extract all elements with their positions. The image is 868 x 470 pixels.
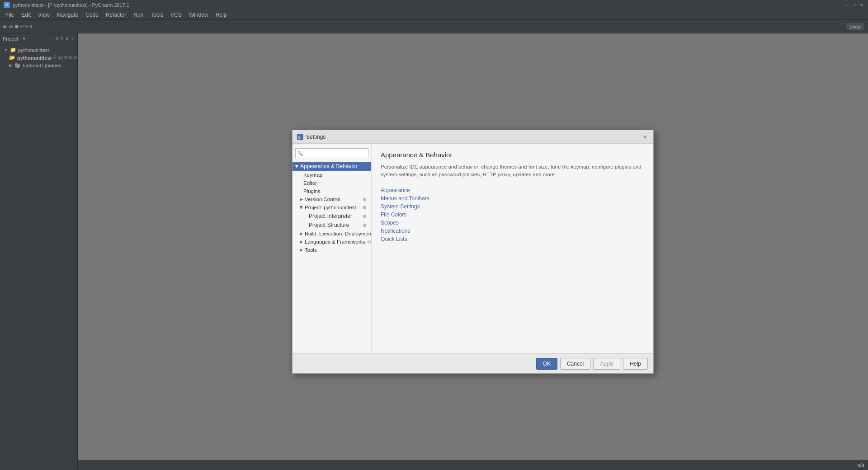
menu-code[interactable]: Code	[82, 11, 102, 19]
gear-icon-structure: ⚙	[363, 223, 367, 228]
expand-icon: ▶	[9, 63, 13, 68]
nav-item-project-structure[interactable]: Project Structure ⚙	[292, 221, 371, 230]
link-system-settings[interactable]: System Settings	[381, 202, 644, 211]
subfolder-icon: 📂	[9, 55, 15, 61]
nav-search-container: 🔍	[295, 148, 368, 158]
folder-icon: 📁	[10, 47, 16, 53]
menu-run[interactable]: Run	[130, 11, 147, 19]
arrow-version-control: ▶	[300, 197, 303, 202]
project-root-label: pythonunittest	[18, 47, 49, 53]
arrow-languages: ▶	[300, 240, 303, 244]
external-libs-label: External Libraries	[23, 63, 61, 68]
nav-item-appearance-behavior[interactable]: ▶ Appearance & Behavior	[292, 162, 371, 171]
menu-tools[interactable]: Tools	[147, 11, 167, 19]
nav-label-tools: Tools	[305, 247, 317, 253]
link-quick-lists[interactable]: Quick Lists	[381, 235, 644, 243]
arrow-appearance-behavior: ▶	[295, 165, 299, 168]
dialog-title-text: Settings	[306, 134, 326, 140]
modal-overlay: S Settings × 🔍	[78, 33, 868, 470]
app-icon: P	[4, 2, 10, 8]
arrow-build: ▶	[300, 231, 303, 236]
nav-item-tools[interactable]: ▶ Tools	[292, 246, 371, 254]
tree-item-project-folder[interactable]: 📂 pythonunittest F:\pythonunitt...	[0, 54, 77, 61]
menu-window[interactable]: Window	[185, 11, 212, 19]
cancel-button[interactable]: Cancel	[560, 358, 590, 370]
main-area: S Settings × 🔍	[78, 33, 868, 470]
ok-button[interactable]: OK	[536, 358, 557, 370]
nav-label-build: Build, Execution, Deployment	[305, 231, 372, 236]
settings-search-input[interactable]	[295, 148, 368, 158]
link-file-colors[interactable]: File Colors	[381, 211, 644, 219]
link-notifications[interactable]: Notifications	[381, 227, 644, 235]
menu-navigate[interactable]: Navigate	[53, 11, 82, 19]
project-panel: Project ▼ ⚙ ⬆ ⬇ ＋ ▼ 📁 pythonunittest 📂 p…	[0, 33, 78, 470]
title-bar-left: P pythonunittest - [F:\pythonunittest] -…	[4, 2, 129, 8]
nav-label-languages: Languages & Frameworks	[305, 239, 365, 244]
nav-label-appearance-behavior: Appearance & Behavior	[300, 163, 358, 169]
menu-file[interactable]: File	[2, 11, 18, 19]
menu-bar: File Edit View Navigate Code Refactor Ru…	[0, 10, 868, 20]
nav-label-version-control: Version Control	[305, 197, 340, 202]
settings-icon: S	[297, 134, 303, 140]
nav-label-keymap: Keymap	[303, 172, 322, 178]
nav-label-project-interpreter: Project Interpreter	[309, 213, 352, 219]
collapse-icon: ▼	[4, 47, 8, 52]
help-button[interactable]: Help	[623, 358, 648, 370]
status-bar: n/a	[78, 460, 868, 470]
dialog-body: 🔍 ▶ Appearance & Behavior Keymap Edi	[292, 144, 653, 353]
nav-label-project-structure: Project Structure	[309, 222, 349, 228]
link-appearance[interactable]: Appearance	[381, 186, 644, 194]
nav-item-build-execution[interactable]: ▶ Build, Execution, Deployment	[292, 230, 371, 238]
nav-item-project-pythonunittest[interactable]: ▶ Project: pythonunittest ⚙	[292, 203, 371, 212]
menu-edit[interactable]: Edit	[18, 11, 34, 19]
link-menus-toolbars[interactable]: Menus and Toolbars	[381, 194, 644, 202]
search-icon: 🔍	[297, 151, 303, 156]
main-toolbar: ▶ ⏮ ⏹ ↩ ↪ ≡ shep	[0, 20, 868, 33]
menu-view[interactable]: View	[34, 11, 53, 19]
project-folder-label: pythonunittest	[17, 55, 52, 61]
gear-icon-project: ⚙	[363, 205, 367, 210]
status-right: n/a	[858, 462, 864, 468]
nav-item-keymap[interactable]: Keymap	[292, 171, 371, 179]
title-bar: P pythonunittest - [F:\pythonunittest] -…	[0, 0, 868, 10]
nav-item-editor[interactable]: Editor	[292, 179, 371, 187]
link-scopes[interactable]: Scopes	[381, 219, 644, 227]
tree-item-external-libs[interactable]: ▶ 📚 External Libraries	[0, 61, 77, 69]
settings-dialog: S Settings × 🔍	[292, 130, 654, 374]
gear-icon-interpreter: ⚙	[363, 214, 367, 219]
user-label[interactable]: shep	[846, 23, 864, 30]
nav-item-plugins[interactable]: Plugins	[292, 187, 371, 195]
dialog-title-bar: S Settings ×	[292, 130, 653, 144]
panel-dropdown-icon[interactable]: ▼	[22, 36, 26, 41]
window-title: pythonunittest - [F:\pythonunittest] - P…	[13, 2, 129, 8]
svg-text:S: S	[298, 135, 301, 140]
nav-item-version-control[interactable]: ▶ Version Control ⚙	[292, 195, 371, 203]
menu-help[interactable]: Help	[212, 11, 231, 19]
apply-button[interactable]: Apply	[593, 358, 620, 370]
gear-icon-version-control: ⚙	[363, 197, 367, 202]
project-tree: ▼ 📁 pythonunittest 📂 pythonunittest F:\p…	[0, 44, 77, 470]
settings-section-title: Appearance & Behavior	[381, 151, 644, 159]
panel-toolbar-icons[interactable]: ⚙ ⬆ ⬇ ＋	[55, 36, 75, 42]
panel-header: Project ▼ ⚙ ⬆ ⬇ ＋	[0, 33, 77, 44]
maximize-button[interactable]: □	[852, 2, 857, 8]
lib-icon: 📚	[14, 62, 21, 68]
settings-nav: 🔍 ▶ Appearance & Behavior Keymap Edi	[292, 144, 372, 353]
dialog-close-button[interactable]: ×	[642, 133, 649, 141]
nav-item-languages[interactable]: ▶ Languages & Frameworks ⚙	[292, 238, 371, 246]
close-button[interactable]: ✕	[859, 2, 864, 8]
settings-content: Appearance & Behavior Personalize IDE ap…	[372, 144, 653, 353]
nav-item-project-interpreter[interactable]: Project Interpreter ⚙	[292, 212, 371, 221]
dialog-title-left: S Settings	[297, 134, 326, 140]
menu-refactor[interactable]: Refactor	[102, 11, 130, 19]
arrow-tools: ▶	[300, 248, 303, 252]
toolbar-left-spacer: ▶ ⏮ ⏹ ↩ ↪ ≡	[4, 24, 33, 29]
arrow-project: ▶	[299, 206, 304, 209]
tree-item-root[interactable]: ▼ 📁 pythonunittest	[0, 46, 77, 54]
menu-vcs[interactable]: VCS	[167, 11, 185, 19]
nav-label-plugins: Plugins	[303, 188, 321, 194]
window-controls[interactable]: ─ □ ✕	[844, 2, 864, 8]
nav-label-editor: Editor	[303, 180, 317, 186]
panel-header-label: Project	[3, 36, 18, 42]
minimize-button[interactable]: ─	[844, 2, 850, 8]
